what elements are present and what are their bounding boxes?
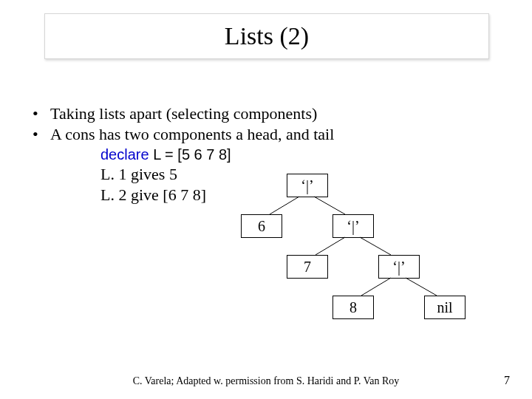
svg-line-3 — [360, 237, 391, 255]
bullet-dot-icon: • — [33, 103, 50, 124]
page-number: 7 — [504, 374, 510, 387]
bullet-dot-icon: • — [33, 124, 50, 145]
tree-node-8: 8 — [332, 296, 374, 319]
tree-node-6: 6 — [241, 214, 282, 238]
bullet-2-text: A cons has two components a head, and ta… — [50, 124, 334, 145]
tree-node-cons-1: ‘|’ — [287, 174, 328, 197]
slide-title-box: Lists (2) — [44, 13, 489, 59]
footer-attribution: C. Varela; Adapted w. permission from S.… — [0, 375, 532, 387]
bullet-2: • A cons has two components a head, and … — [33, 124, 334, 145]
svg-line-2 — [316, 237, 345, 255]
bullet-1: • Taking lists apart (selecting componen… — [33, 103, 334, 124]
slide-title: Lists (2) — [225, 22, 309, 50]
tree-node-7: 7 — [287, 255, 328, 279]
tree-node-cons-3: ‘|’ — [378, 255, 420, 279]
svg-line-5 — [406, 278, 437, 296]
code-rest: L = [5 6 7 8] — [149, 146, 231, 163]
tree-node-cons-2: ‘|’ — [332, 214, 374, 238]
code-line-1: declare L = [5 6 7 8] — [100, 146, 334, 164]
tree-node-nil: nil — [424, 296, 466, 319]
bullet-1-text: Taking lists apart (selecting components… — [50, 103, 317, 124]
keyword-declare: declare — [100, 146, 149, 163]
svg-line-4 — [361, 278, 391, 296]
